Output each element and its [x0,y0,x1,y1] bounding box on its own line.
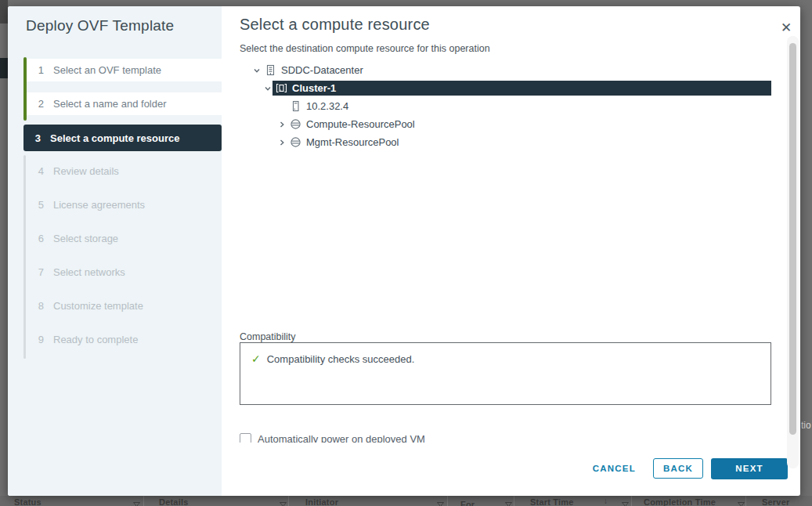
chevron-right-icon[interactable] [277,120,287,129]
background-dark-patch-top [0,0,8,23]
power-on-checkbox-label: Automatically power on deployed VM [258,433,425,443]
tree-item-highlight[interactable]: 10.2.32.4 [287,99,771,114]
wizard-steps-list: 1Select an OVF template2Select a name an… [27,59,222,362]
tree-item-highlight[interactable]: Mgmt-ResourcePool [287,135,771,150]
vertical-scrollbar[interactable] [787,36,799,468]
column-divider [514,496,514,506]
datacenter-icon [265,64,276,76]
close-icon[interactable]: ✕ [777,19,796,38]
step-number: 9 [36,334,44,345]
step-number: 6 [36,233,44,244]
tree-item-highlight[interactable]: Cluster-1 [272,81,771,96]
dialog-title: Deploy OVF Template [26,17,174,34]
step-number: 4 [36,165,44,177]
step-number: 1 [36,64,44,76]
step-number: 2 [36,98,44,110]
column-divider [447,496,448,506]
compute-resource-tree: SDDC-DatacenterCluster-110.2.32.4Compute… [240,61,771,151]
tree-item-label: Compute-ResourcePool [306,118,415,130]
filter-icon [437,498,444,506]
step-label: License agreements [53,199,145,211]
tasks-column-start-time: Start Time [530,497,574,506]
chevron-down-icon[interactable] [263,84,272,93]
filter-icon [622,498,629,506]
filter-icon [738,498,745,506]
wizard-step-4: 4Review details [27,160,222,183]
chevron-down-icon[interactable] [252,66,262,75]
wizard-step-6: 6Select storage [27,227,222,250]
power-on-checkbox[interactable] [240,433,251,443]
host-icon [290,100,301,112]
tree-item-10-2-32-4[interactable]: 10.2.32.4 [240,97,771,115]
step-label: Select networks [53,266,125,278]
tree-item-label: Cluster-1 [292,82,336,94]
back-button[interactable]: BACK [653,458,703,479]
step-label: Review details [53,165,119,177]
wizard-step-9: 9Ready to complete [27,328,222,351]
wizard-sidebar: Deploy OVF Template 1Select an OVF templ… [8,6,222,496]
wizard-step-7: 7Select networks [27,261,222,284]
step-label: Select an OVF template [53,64,161,76]
check-icon: ✓ [251,352,261,365]
cancel-button[interactable]: CANCEL [593,464,636,473]
compatibility-label: Compatibility [240,331,296,342]
page-title: Select a compute resource [240,16,430,34]
step-label: Ready to complete [53,334,138,345]
tree-item-cluster-1[interactable]: Cluster-1 [240,79,771,97]
deploy-ovf-template-dialog: Deploy OVF Template 1Select an OVF templ… [8,6,800,496]
filter-icon [505,498,512,506]
tree-item-sddc-datacenter[interactable]: SDDC-Datacenter [240,61,771,79]
tasks-column-details: Details [159,497,188,506]
column-divider [631,496,632,506]
clipped-checkbox-row: Automatically power on deployed VM [240,433,568,443]
resource-pool-icon [290,136,301,148]
pending-steps-rail [23,155,26,359]
step-number: 7 [36,266,44,278]
page-subtitle: Select the destination compute resource … [240,43,490,54]
tasks-column-initiator: Initiator [305,497,338,506]
tree-item-highlight[interactable]: Compute-ResourcePool [287,117,771,132]
column-divider [143,496,144,506]
step-label: Select storage [53,233,118,244]
filter-icon [133,498,140,506]
wizard-step-5: 5License agreements [27,193,222,216]
wizard-step-8: 8Customize template [27,295,222,317]
sort-descending-icon: ↓ [604,497,608,505]
step-label: Customize template [53,300,143,312]
tasks-column-server: Server [762,497,789,506]
wizard-step-2[interactable]: 2Select a name and folder [27,92,222,115]
resource-pool-icon [290,118,301,130]
step-number: 8 [36,300,44,312]
tree-item-compute-resourcepool[interactable]: Compute-ResourcePool [240,115,771,133]
wizard-step-3: 3Select a compute resource [23,125,222,151]
compatibility-box: ✓ Compatibility checks succeeded. [240,342,771,405]
background-nav-patch [0,58,8,78]
column-divider [288,496,289,506]
next-button[interactable]: NEXT [711,458,788,479]
cluster-icon [276,82,287,94]
tasks-column-completion-time: Completion Time [644,497,716,506]
tasks-column-for: For [460,500,475,506]
filter-icon [280,498,287,506]
wizard-step-1[interactable]: 1Select an OVF template [27,59,222,81]
chevron-spacer [277,102,287,111]
wizard-footer: CANCEL BACK NEXT [593,457,788,479]
background-partial-text: tio [801,420,811,431]
tree-item-label: Mgmt-ResourcePool [306,136,399,148]
tree-item-label: SDDC-Datacenter [281,64,363,76]
scrollbar-thumb[interactable] [789,43,796,435]
step-label: Select a name and folder [53,98,167,110]
column-divider [745,496,746,506]
step-number: 5 [36,199,44,211]
step-number: 3 [33,132,41,144]
tree-item-mgmt-resourcepool[interactable]: Mgmt-ResourcePool [240,133,771,151]
recent-tasks-header-row: StatusDetailsInitiatorForStart TimeCompl… [0,496,812,506]
tree-item-highlight[interactable]: SDDC-Datacenter [262,63,771,78]
compatibility-status: Compatibility checks succeeded. [267,353,415,365]
tree-item-label: 10.2.32.4 [306,100,348,112]
step-label: Select a compute resource [50,132,179,144]
tasks-column-status: Status [14,497,42,506]
chevron-right-icon[interactable] [277,138,287,147]
